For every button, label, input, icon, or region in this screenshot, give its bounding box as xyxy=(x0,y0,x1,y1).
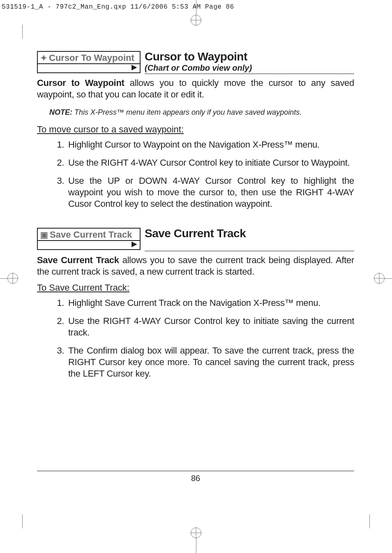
save-icon: ▣ xyxy=(40,230,48,240)
registration-mark-top xyxy=(171,0,221,25)
list-item: Use the UP or DOWN 4-WAY Cursor Control … xyxy=(67,175,354,210)
section1-intro: Cursor to Waypoint allows you to quickly… xyxy=(37,77,354,100)
section1-subtitle: (Chart or Combo view only) xyxy=(145,63,354,73)
section2-rule xyxy=(145,251,354,251)
cursor-to-waypoint-ui-box: ✦ Cursor To Waypoint ▶ xyxy=(37,51,141,73)
list-item: The Confirm dialog box will appear. To s… xyxy=(67,345,354,379)
save-current-track-ui-box: ▣ Save Current Track ▶ xyxy=(37,228,141,250)
section1-steps: Highlight Cursor to Waypoint on the Navi… xyxy=(37,139,354,210)
registration-mark-right xyxy=(371,271,392,285)
list-item: Highlight Save Current Track on the Navi… xyxy=(67,297,354,309)
crop-mark-top-left xyxy=(22,25,37,39)
footer-rule xyxy=(37,471,354,471)
crop-mark-bottom-left xyxy=(22,514,37,528)
page-footer: 86 xyxy=(37,471,354,483)
right-arrow-icon: ▶ xyxy=(131,62,137,72)
registration-mark-bottom xyxy=(184,528,208,553)
page-content: ✦ Cursor To Waypoint ▶ Cursor to Waypoin… xyxy=(37,51,354,386)
section1-note: NOTE: This X-Press™ menu item appears on… xyxy=(49,108,354,117)
section2-howto-heading: To Save Current Track: xyxy=(37,282,354,293)
section2-title: Save Current Track xyxy=(145,228,354,239)
section1-rule xyxy=(145,74,354,74)
list-item: Use the RIGHT 4-WAY Cursor Control key t… xyxy=(67,157,354,169)
section2-header: ▣ Save Current Track ▶ Save Current Trac… xyxy=(37,228,354,251)
registration-mark-left xyxy=(0,271,21,285)
list-item: Highlight Cursor to Waypoint on the Navi… xyxy=(67,139,354,150)
list-item: Use the RIGHT 4-WAY Cursor Control key t… xyxy=(67,315,354,338)
cursor-to-waypoint-ui-label: Cursor To Waypoint xyxy=(49,53,134,63)
section2-steps: Highlight Save Current Track on the Navi… xyxy=(37,297,354,379)
crop-mark-bottom-right xyxy=(355,514,370,528)
section2-intro: Save Current Track allows you to save th… xyxy=(37,255,354,278)
page-number: 86 xyxy=(37,474,354,483)
section1-title: Cursor to Waypoint xyxy=(145,51,354,62)
waypoint-icon: ✦ xyxy=(40,53,47,63)
save-current-track-ui-label: Save Current Track xyxy=(50,229,132,240)
section1-howto-heading: To move cursor to a saved waypoint: xyxy=(37,124,354,135)
right-arrow-icon: ▶ xyxy=(131,239,137,248)
section1-header: ✦ Cursor To Waypoint ▶ Cursor to Waypoin… xyxy=(37,51,354,74)
